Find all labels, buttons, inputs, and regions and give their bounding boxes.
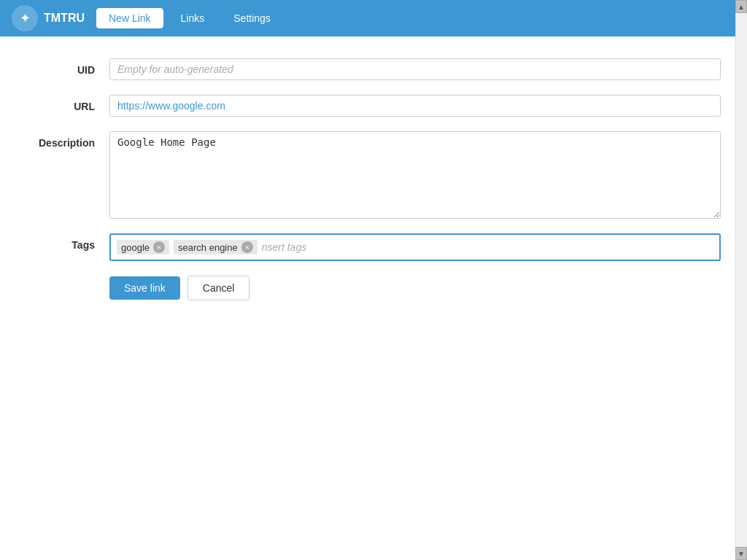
url-input[interactable] xyxy=(109,95,721,117)
description-group: Description <span class="desc-google">Go… xyxy=(15,131,721,219)
url-label: URL xyxy=(15,95,109,112)
tags-input[interactable] xyxy=(262,241,713,253)
url-group: URL xyxy=(15,95,721,117)
app-brand[interactable]: TMTRU xyxy=(44,12,85,25)
uid-label: UID xyxy=(15,58,109,76)
nav-links[interactable]: Links xyxy=(169,9,217,28)
nav-settings[interactable]: Settings xyxy=(222,9,282,28)
tags-group: Tags google × search engine × xyxy=(15,233,721,261)
cancel-button[interactable]: Cancel xyxy=(187,276,250,300)
uid-input[interactable] xyxy=(109,58,721,80)
tag-google-remove[interactable]: × xyxy=(153,241,165,253)
description-label: Description xyxy=(15,131,109,149)
nav-new-link[interactable]: New Link xyxy=(96,8,163,28)
scrollbar-down-button[interactable]: ▼ xyxy=(735,547,747,560)
tags-label: Tags xyxy=(15,233,109,251)
form-actions: Save link Cancel xyxy=(109,276,721,300)
scroll-up-icon: ▲ xyxy=(738,3,745,11)
tag-search-engine-remove[interactable]: × xyxy=(241,241,253,253)
save-button[interactable]: Save link xyxy=(109,276,180,300)
main-content: UID URL Description <span class="desc-go… xyxy=(0,36,735,315)
description-input[interactable]: <span class="desc-google">Google</span> … xyxy=(109,131,721,219)
scrollbar-up-button[interactable]: ▲ xyxy=(735,0,747,13)
tag-google: google × xyxy=(117,240,169,254)
tag-search-engine: search engine × xyxy=(174,240,258,254)
navbar: ✦ TMTRU New Link Links Settings xyxy=(0,0,747,36)
tag-search-engine-text: search engine xyxy=(178,242,238,253)
logo-icon: ✦ xyxy=(20,10,31,26)
tag-google-text: google xyxy=(121,242,150,253)
uid-group: UID xyxy=(15,58,721,80)
scroll-down-icon: ▼ xyxy=(738,550,745,558)
app-logo[interactable]: ✦ xyxy=(12,5,38,31)
tags-container[interactable]: google × search engine × xyxy=(109,233,721,261)
scrollbar: ▲ ▼ xyxy=(735,0,747,560)
